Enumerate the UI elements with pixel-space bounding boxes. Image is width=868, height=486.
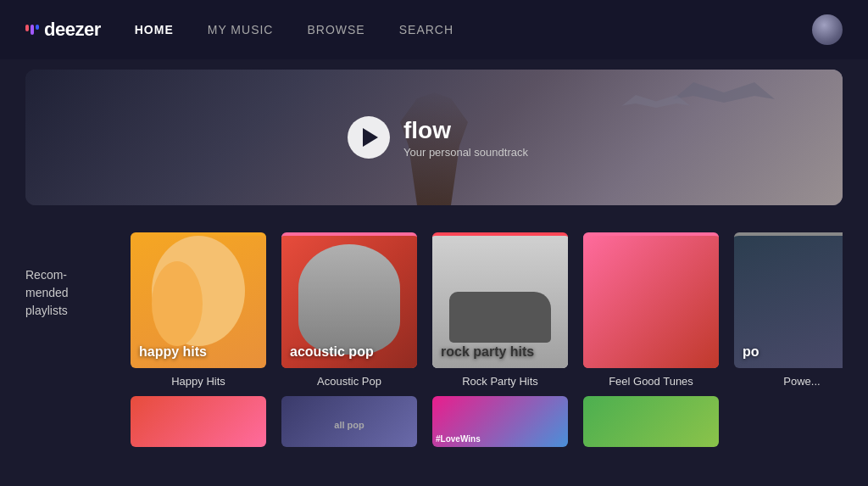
bottom-thumb-4[interactable] [583, 396, 719, 447]
playlist-cover-feelgood-label: feel good tunes [592, 344, 692, 360]
nav-my-music[interactable]: MY MUSIC [208, 23, 274, 36]
playlist-happy-hits[interactable]: happy hits Happy Hits [131, 232, 266, 388]
playlist-cover-happy-inner: happy hits [131, 236, 266, 368]
bottom-label-3: #LoveWins [436, 434, 481, 444]
playlist-cover-acoustic-label: acoustic pop [290, 344, 374, 360]
flow-play-button[interactable] [348, 116, 390, 159]
bottom-thumb-2[interactable]: all pop [281, 396, 417, 447]
bottom-thumb-3[interactable]: #LoveWins [432, 396, 568, 447]
playlist-rock-party-hits[interactable]: rock party hits Rock Party Hits [432, 232, 568, 388]
hero-text: flow Your personal soundtrack [403, 117, 528, 159]
playlist-power[interactable]: po Powe... [734, 232, 843, 388]
logo-bar-1 [25, 25, 29, 31]
playlist-cover-power-inner: po [734, 236, 843, 368]
flow-title: flow [403, 117, 528, 144]
avatar[interactable] [812, 14, 843, 45]
navbar: deezer HOME MY MUSIC BROWSE SEARCH [0, 0, 868, 59]
playlist-cover-feelgood-inner: feel good tunes [583, 236, 719, 368]
bottom-thumb-1[interactable] [131, 396, 266, 447]
logo-bar-3 [36, 25, 39, 30]
playlist-name-rock: Rock Party Hits [462, 375, 538, 388]
logo-icon [25, 25, 39, 35]
section-label: Recom- mended playlists [25, 232, 110, 320]
flow-subtitle: Your personal soundtrack [403, 146, 528, 159]
playlist-cover-happy-label: happy hits [139, 344, 207, 360]
playlist-acoustic-pop[interactable]: acoustic pop Acoustic Pop [281, 232, 417, 388]
nav-home[interactable]: HOME [135, 23, 174, 36]
playlist-cover-acoustic: acoustic pop [281, 232, 417, 368]
logo-text: deezer [44, 19, 101, 41]
playlist-cover-feelgood: feel good tunes [583, 232, 719, 368]
playlist-name-power: Powe... [783, 375, 820, 388]
playlist-cover-rock-inner: rock party hits [432, 236, 568, 368]
playlist-feel-good-tunes[interactable]: feel good tunes Feel Good Tunes [583, 232, 719, 388]
nav-search[interactable]: SEARCH [399, 23, 453, 36]
nav-links: HOME MY MUSIC BROWSE SEARCH [135, 23, 812, 36]
nav-browse[interactable]: BROWSE [307, 23, 364, 36]
logo-bar-2 [31, 25, 34, 35]
hero-content: flow Your personal soundtrack [348, 116, 528, 159]
playlist-name-acoustic: Acoustic Pop [317, 375, 381, 388]
playlist-cover-power: po [734, 232, 843, 368]
bottom-row: all pop #LoveWins [0, 396, 868, 447]
playlist-cover-acoustic-inner: acoustic pop [281, 236, 417, 368]
playlist-cover-rock-label: rock party hits [441, 344, 534, 360]
bottom-label-2: all pop [281, 396, 417, 447]
playlist-name-feelgood: Feel Good Tunes [609, 375, 693, 388]
logo[interactable]: deezer [25, 19, 101, 41]
playlist-cover-rock: rock party hits [432, 232, 568, 368]
playlist-cover-happy: happy hits [131, 232, 266, 368]
playlist-name-happy: Happy Hits [171, 375, 225, 388]
hero-banner: flow Your personal soundtrack [25, 70, 843, 205]
recommended-section: Recom- mended playlists happy hits Happy… [0, 215, 868, 396]
playlist-cover-power-label: po [743, 344, 760, 360]
playlists-row: happy hits Happy Hits acoustic pop Acous… [131, 232, 843, 388]
